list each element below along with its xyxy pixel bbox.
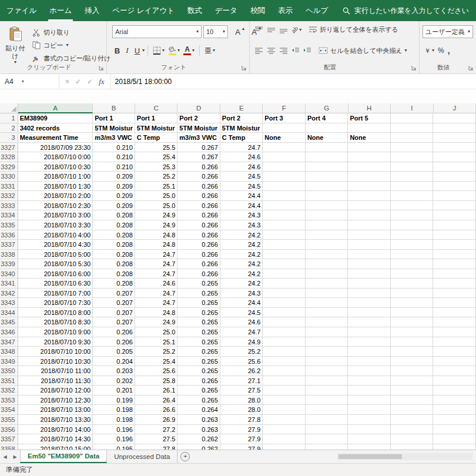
cell-J3344[interactable] <box>433 308 476 318</box>
number-format-combobox[interactable]: ユーザー定義 ▾ <box>423 25 473 38</box>
cell-J3342[interactable] <box>433 289 476 299</box>
cell-J3338[interactable] <box>433 250 476 260</box>
cell-H3339[interactable] <box>348 259 391 269</box>
row-header-3353[interactable]: 3353 <box>0 395 18 405</box>
cell-G3337[interactable] <box>306 240 348 250</box>
cell-E1[interactable]: Port 2 <box>220 113 263 123</box>
row-header-3347[interactable]: 3347 <box>0 337 18 347</box>
cell-H3343[interactable] <box>348 298 391 308</box>
cell-E3[interactable]: C Temp <box>220 133 263 143</box>
cell-D3349[interactable]: 0.265 <box>177 357 220 367</box>
cell-G3353[interactable] <box>306 395 348 405</box>
cell-B3357[interactable]: 0.196 <box>93 434 135 444</box>
row-header-3328[interactable]: 3328 <box>0 152 18 162</box>
font-color-caret-icon[interactable]: ▾ <box>192 48 195 53</box>
cell-A3345[interactable]: 2018/07/10 8:30 <box>18 317 93 327</box>
cell-C3336[interactable]: 24.8 <box>135 230 178 240</box>
cell-F3335[interactable] <box>263 220 306 230</box>
cell-D1[interactable]: Port 2 <box>177 113 220 123</box>
cell-H3330[interactable] <box>348 172 391 182</box>
borders-caret-icon[interactable]: ▾ <box>162 48 165 53</box>
ribbon-tab-review[interactable]: 校閲 <box>244 0 271 21</box>
ribbon-tab-formulas[interactable]: 数式 <box>181 0 209 21</box>
cell-B3332[interactable]: 0.209 <box>93 191 135 201</box>
cell-J3[interactable] <box>433 133 476 143</box>
ribbon-tab-data[interactable]: データ <box>209 0 244 21</box>
cell-H3333[interactable] <box>348 201 391 211</box>
cell-G3351[interactable] <box>306 376 348 386</box>
cell-F3338[interactable] <box>263 250 306 260</box>
cell-H3345[interactable] <box>348 317 391 327</box>
font-dialog-launcher[interactable] <box>241 65 247 71</box>
cell-C3348[interactable]: 25.2 <box>135 347 178 357</box>
decrease-indent-button[interactable] <box>290 47 301 55</box>
cell-I3337[interactable] <box>391 240 434 250</box>
cell-C3337[interactable]: 24.8 <box>135 240 178 250</box>
cell-F3355[interactable] <box>263 415 306 425</box>
cell-B3354[interactable]: 0.198 <box>93 405 135 415</box>
row-header-2[interactable]: 2 <box>0 123 18 133</box>
row-header-3349[interactable]: 3349 <box>0 357 18 367</box>
cell-E3351[interactable]: 27.1 <box>220 376 263 386</box>
cell-C3327[interactable]: 25.5 <box>135 143 178 153</box>
cell-C3[interactable]: C Temp <box>135 133 178 143</box>
cell-D3336[interactable]: 0.266 <box>177 230 220 240</box>
phonetic-caret-icon[interactable]: ▾ <box>213 48 215 53</box>
cell-F3354[interactable] <box>263 405 306 415</box>
cell-G3[interactable]: None <box>306 133 348 143</box>
ribbon-tab-file[interactable]: ファイル <box>0 0 43 21</box>
row-header-3351[interactable]: 3351 <box>0 376 18 386</box>
cut-button[interactable]: 切り取り <box>32 26 110 39</box>
cell-C3339[interactable]: 24.7 <box>135 259 178 269</box>
cell-A3357[interactable]: 2018/07/10 14:30 <box>18 434 93 444</box>
cell-F3336[interactable] <box>263 230 306 240</box>
cell-A3347[interactable]: 2018/07/10 9:30 <box>18 337 93 347</box>
cell-B3341[interactable]: 0.208 <box>93 279 135 289</box>
cell-D3352[interactable]: 0.265 <box>177 386 220 395</box>
cell-A2[interactable]: 3402 records <box>18 123 93 133</box>
cell-I3355[interactable] <box>391 415 434 425</box>
underline-button[interactable]: U <box>132 46 142 55</box>
cell-F3[interactable]: None <box>263 133 306 143</box>
align-top-button[interactable] <box>253 26 265 33</box>
cell-D3340[interactable]: 0.266 <box>177 269 220 279</box>
cell-E3331[interactable]: 24.5 <box>220 182 263 192</box>
cell-E3344[interactable]: 24.5 <box>220 308 263 318</box>
increase-font-size-button[interactable]: A ▴ <box>231 28 244 36</box>
cell-I3345[interactable] <box>391 317 434 327</box>
cell-B3350[interactable]: 0.203 <box>93 366 135 376</box>
cell-J3329[interactable] <box>433 162 476 172</box>
cell-B3343[interactable]: 0.207 <box>93 298 135 308</box>
cell-G3358[interactable] <box>306 444 348 450</box>
cell-E3353[interactable]: 28.0 <box>220 395 263 405</box>
sheet-tab-unprocessed-data[interactable]: Unprocessed Data <box>107 450 177 463</box>
cell-A3349[interactable]: 2018/07/10 10:30 <box>18 357 93 367</box>
cell-G3343[interactable] <box>306 298 348 308</box>
cell-G3345[interactable] <box>306 317 348 327</box>
cell-I3356[interactable] <box>391 425 434 435</box>
column-header-f[interactable]: F <box>263 103 306 113</box>
cell-D3328[interactable]: 0.267 <box>177 152 220 162</box>
cell-G3336[interactable] <box>306 230 348 240</box>
cell-G2[interactable] <box>306 123 348 133</box>
cell-A3355[interactable]: 2018/07/10 13:30 <box>18 415 93 425</box>
cell-F3331[interactable] <box>263 182 306 192</box>
cell-I1[interactable] <box>391 113 434 123</box>
cell-D3350[interactable]: 0.265 <box>177 366 220 376</box>
row-header-3338[interactable]: 3338 <box>0 250 18 260</box>
cell-C3330[interactable]: 25.2 <box>135 172 178 182</box>
cell-B3329[interactable]: 0.210 <box>93 162 135 172</box>
cell-B3355[interactable]: 0.198 <box>93 415 135 425</box>
cell-C3356[interactable]: 27.2 <box>135 425 178 435</box>
cell-G3354[interactable] <box>306 405 348 415</box>
cell-C3332[interactable]: 25.0 <box>135 191 178 201</box>
cell-D3327[interactable]: 0.267 <box>177 143 220 153</box>
cell-I3339[interactable] <box>391 259 434 269</box>
cell-F3337[interactable] <box>263 240 306 250</box>
cell-I3332[interactable] <box>391 191 434 201</box>
cell-G3350[interactable] <box>306 366 348 376</box>
row-header-3331[interactable]: 3331 <box>0 182 18 192</box>
cell-E3340[interactable]: 24.2 <box>220 269 263 279</box>
cell-F3358[interactable] <box>263 444 306 450</box>
cell-F1[interactable]: Port 3 <box>263 113 306 123</box>
